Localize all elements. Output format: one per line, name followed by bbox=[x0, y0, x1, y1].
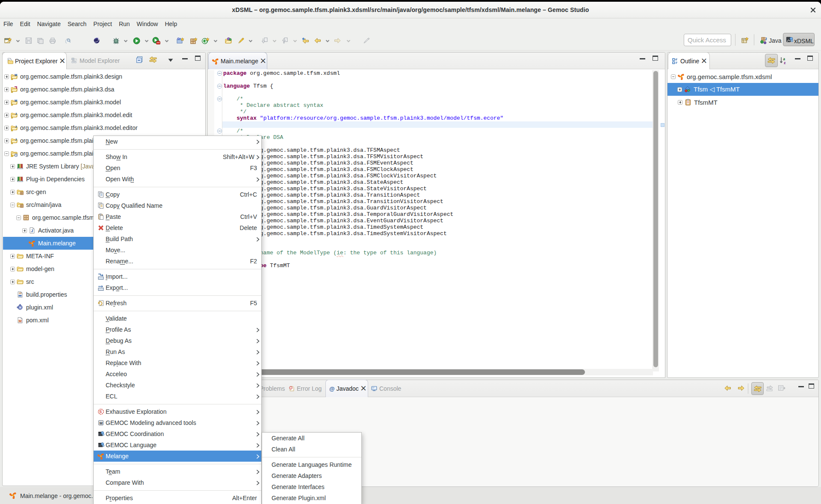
svg-text:J: J bbox=[765, 37, 767, 41]
svg-text:J: J bbox=[15, 112, 17, 116]
svg-text:z: z bbox=[784, 60, 786, 65]
svg-text:J: J bbox=[15, 125, 17, 129]
svg-text:M: M bbox=[15, 73, 17, 77]
svg-text:M: M bbox=[15, 99, 17, 103]
svg-text:J: J bbox=[15, 138, 17, 141]
svg-text:Gr: Gr bbox=[177, 37, 181, 41]
